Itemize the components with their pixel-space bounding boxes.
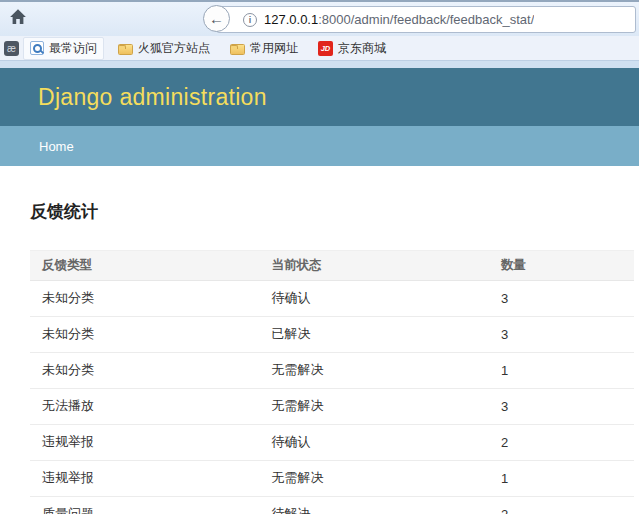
cell-feedback-type: 违规举报	[30, 461, 260, 497]
back-arrow-icon: ←	[209, 11, 224, 26]
site-title-link[interactable]: Django administration	[38, 84, 267, 111]
cell-current-status: 无需解决	[260, 353, 490, 389]
cell-feedback-type: 未知分类	[30, 317, 260, 353]
cell-current-status: 无需解决	[260, 461, 490, 497]
cell-feedback-type: 未知分类	[30, 353, 260, 389]
bookmark-icon	[30, 41, 44, 55]
cell-count: 1	[489, 353, 634, 389]
bookmarks-items: 最常访问 火狐官方站点 常用网址 JD 京东商城	[23, 37, 400, 60]
table-row: 违规举报 无需解决 1	[30, 461, 634, 497]
bookmarks-toolbar: æ 最常访问 火狐官方站点 常用网址 JD 京东商城	[0, 36, 639, 60]
url-text: 127.0.0.1:8000/admin/feedback/feedback_s…	[264, 12, 534, 27]
table-row: 未知分类 无需解决 1	[30, 353, 634, 389]
cell-count: 1	[489, 461, 634, 497]
cell-count: 2	[489, 497, 634, 514]
cell-count: 3	[489, 281, 634, 317]
bookmark-item[interactable]: 最常访问	[23, 37, 104, 60]
bookmark-icon	[230, 44, 245, 55]
cell-feedback-type: 无法播放	[30, 389, 260, 425]
home-icon	[9, 8, 27, 30]
table-header: 反馈类型当前状态数量	[30, 251, 634, 281]
bookmark-label: 京东商城	[338, 40, 386, 57]
breadcrumb-home-link[interactable]: Home	[39, 139, 74, 154]
page-title: 反馈统计	[30, 200, 639, 223]
url-host: 127.0.0.1	[264, 12, 318, 27]
navigation-toolbar: i 127.0.0.1:8000/admin/feedback/feedback…	[0, 2, 639, 36]
url-bar[interactable]: i 127.0.0.1:8000/admin/feedback/feedback…	[216, 6, 636, 33]
column-header: 数量	[489, 251, 634, 281]
table-row: 无法播放 无需解决 3	[30, 389, 634, 425]
cell-current-status: 待确认	[260, 425, 490, 461]
bookmarks-favicon-icon[interactable]: æ	[4, 41, 19, 56]
cell-current-status: 待确认	[260, 281, 490, 317]
cell-current-status: 已解决	[260, 317, 490, 353]
bookmark-item[interactable]: 常用网址	[224, 38, 304, 59]
cell-count: 2	[489, 425, 634, 461]
bookmark-icon	[118, 44, 133, 55]
home-button[interactable]	[7, 8, 29, 30]
cell-count: 3	[489, 317, 634, 353]
site-info-icon[interactable]: i	[243, 13, 257, 27]
back-button[interactable]: ←	[203, 5, 230, 32]
table-row: 未知分类 已解决 3	[30, 317, 634, 353]
table-row: 违规举报 待确认 2	[30, 425, 634, 461]
cell-current-status: 无需解决	[260, 389, 490, 425]
feedback-stat-table: 反馈类型当前状态数量 未知分类 待确认 3 未知分类 已解决 3 未知分类 无需…	[30, 250, 634, 514]
bookmark-label: 最常访问	[49, 40, 97, 57]
cell-count: 3	[489, 389, 634, 425]
column-header: 反馈类型	[30, 251, 260, 281]
column-header: 当前状态	[260, 251, 490, 281]
bookmark-label: 常用网址	[250, 40, 298, 57]
table-row: 质量问题 待解决 2	[30, 497, 634, 514]
page-content: 反馈统计 反馈类型当前状态数量 未知分类 待确认 3 未知分类 已解决 3 未知…	[0, 166, 639, 514]
browser-chrome: i 127.0.0.1:8000/admin/feedback/feedback…	[0, 0, 639, 68]
bookmark-item[interactable]: JD 京东商城	[312, 38, 392, 59]
django-admin-header: Django administration	[0, 68, 639, 126]
jd-letters: JD	[321, 44, 331, 53]
bookmark-icon: JD	[318, 41, 333, 56]
cell-feedback-type: 质量问题	[30, 497, 260, 514]
cell-feedback-type: 未知分类	[30, 281, 260, 317]
cell-current-status: 待解决	[260, 497, 490, 514]
breadcrumb: Home	[0, 126, 639, 166]
bookmark-item[interactable]: 火狐官方站点	[112, 38, 216, 59]
table-row: 未知分类 待确认 3	[30, 281, 634, 317]
cell-feedback-type: 违规举报	[30, 425, 260, 461]
table-body: 未知分类 待确认 3 未知分类 已解决 3 未知分类 无需解决 1 无法播放 无…	[30, 281, 634, 514]
table-header-row: 反馈类型当前状态数量	[30, 251, 634, 281]
bookmark-label: 火狐官方站点	[138, 40, 210, 57]
url-path: :8000/admin/feedback/feedback_stat/	[318, 12, 534, 27]
chrome-bottom-strip	[0, 60, 639, 68]
